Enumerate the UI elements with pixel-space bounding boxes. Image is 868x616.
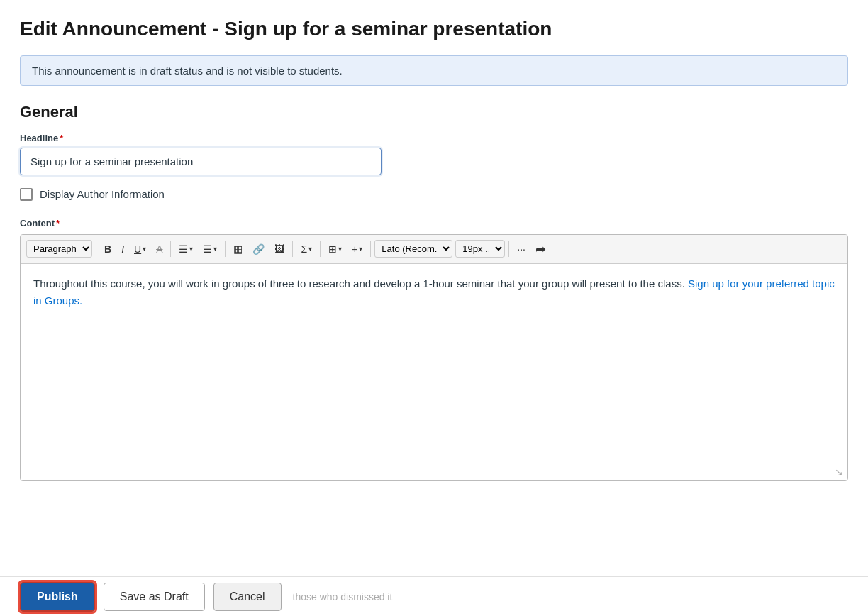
content-editor: Paragraph B I U ▾ A ☰ ▾ ☰ ▾ xyxy=(20,234,848,481)
content-label: Content* xyxy=(20,218,848,229)
align-button[interactable]: ☰ ▾ xyxy=(174,241,197,258)
expand-button[interactable]: ➦ xyxy=(531,238,550,260)
author-info-row: Display Author Information xyxy=(20,188,848,201)
page-wrapper: Edit Announcement - Sign up for a semina… xyxy=(0,0,868,576)
section-general: General xyxy=(20,103,848,121)
italic-button[interactable]: I xyxy=(117,241,128,258)
bold-button[interactable]: B xyxy=(100,241,116,258)
toolbar-divider-7 xyxy=(508,241,509,257)
action-bar-trailing-text: those who dismissed it xyxy=(293,591,393,603)
list-button[interactable]: ☰ ▾ xyxy=(199,241,221,258)
editor-body-text: Throughout this course, you will work in… xyxy=(33,277,688,290)
action-bar: Publish Save as Draft Cancel those who d… xyxy=(0,576,868,616)
editor-content-area[interactable]: Throughout this course, you will work in… xyxy=(21,264,847,463)
more-button[interactable]: ··· xyxy=(513,241,530,258)
paragraph-select[interactable]: Paragraph xyxy=(26,240,92,258)
underline-button[interactable]: U ▾ xyxy=(130,241,150,258)
editor-toolbar: Paragraph B I U ▾ A ☰ ▾ ☰ ▾ xyxy=(21,235,847,264)
toolbar-divider-1 xyxy=(96,241,96,257)
columns-button[interactable]: ▦ xyxy=(229,241,247,258)
save-draft-button[interactable]: Save as Draft xyxy=(104,583,205,611)
table-button[interactable]: ⊞ ▾ xyxy=(324,241,346,258)
toolbar-divider-2 xyxy=(170,241,171,257)
toolbar-divider-5 xyxy=(320,241,321,257)
toolbar-divider-3 xyxy=(225,241,226,257)
editor-resize-handle: ↘ xyxy=(21,463,847,480)
author-info-label: Display Author Information xyxy=(40,188,165,200)
image-button[interactable]: 🖼 xyxy=(270,241,289,258)
page-title: Edit Announcement - Sign up for a semina… xyxy=(20,17,848,41)
resize-icon: ↘ xyxy=(835,466,843,478)
headline-input[interactable] xyxy=(20,148,382,175)
cancel-button[interactable]: Cancel xyxy=(213,583,282,611)
toolbar-divider-4 xyxy=(292,241,293,257)
toolbar-divider-6 xyxy=(370,241,371,257)
headline-label: Headline* xyxy=(20,133,848,143)
plus-button[interactable]: + ▾ xyxy=(347,241,367,258)
strikethrough-button[interactable]: A xyxy=(152,241,167,258)
size-select[interactable]: 19px ... xyxy=(455,240,505,258)
font-select[interactable]: Lato (Recom... xyxy=(374,240,452,258)
draft-banner-text: This announcement is in draft status and… xyxy=(32,65,343,77)
sigma-button[interactable]: Σ ▾ xyxy=(296,241,316,258)
link-button[interactable]: 🔗 xyxy=(248,241,269,258)
draft-banner: This announcement is in draft status and… xyxy=(20,55,848,86)
publish-button[interactable]: Publish xyxy=(20,582,95,612)
author-info-checkbox[interactable] xyxy=(20,188,33,201)
